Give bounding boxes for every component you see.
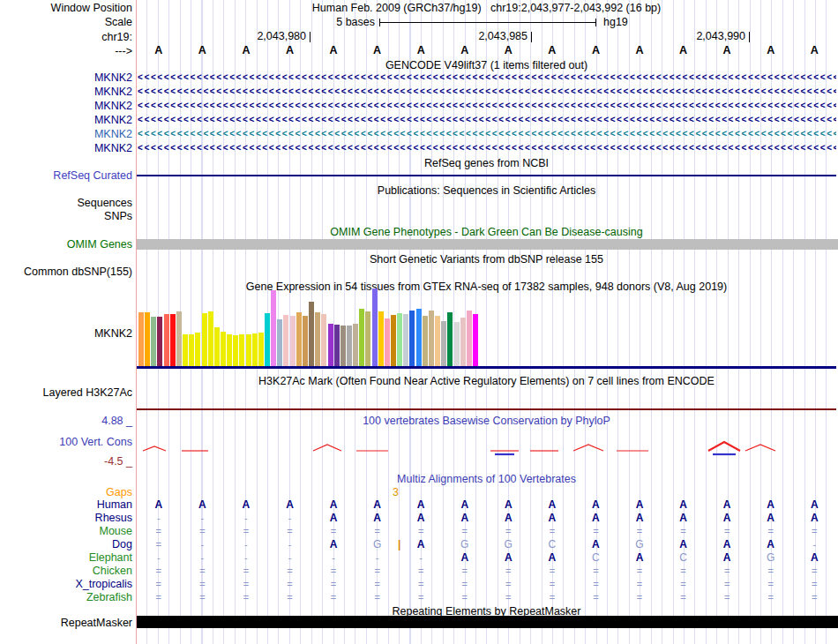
gtex-bar[interactable] xyxy=(397,313,402,366)
gtex-bar[interactable] xyxy=(429,311,434,366)
gencode-row-label[interactable]: MKNK2 xyxy=(0,71,132,84)
multiz-cell: = xyxy=(243,591,249,603)
gtex-bar[interactable] xyxy=(447,312,453,366)
multiz-species-label[interactable]: Elephant xyxy=(0,551,132,564)
gtex-bar[interactable] xyxy=(416,309,422,366)
gencode-transcript-row[interactable]: <<<<<<<<<<<<<<<<<<<<<<<<<<<<<<<<<<<<<<<<… xyxy=(138,128,836,140)
multiz-species-label[interactable]: Mouse xyxy=(0,525,132,537)
gtex-bar[interactable] xyxy=(252,333,258,366)
gtex-bar[interactable] xyxy=(309,302,314,366)
common-dbsnp-label[interactable]: Common dbSNP(155) xyxy=(0,266,132,278)
gtex-bar[interactable] xyxy=(271,290,276,366)
gtex-bar[interactable] xyxy=(372,288,378,366)
gtex-bar[interactable] xyxy=(303,316,308,366)
gtex-bar[interactable] xyxy=(246,334,251,366)
gtex-bar[interactable] xyxy=(283,315,288,366)
gtex-bar[interactable] xyxy=(145,312,150,366)
gtex-bar[interactable] xyxy=(409,311,415,366)
h3k27ac-signal-line[interactable] xyxy=(137,408,836,410)
multiz-cell: A xyxy=(154,498,162,511)
gtex-bar[interactable] xyxy=(315,312,320,366)
gtex-bar[interactable] xyxy=(334,325,340,366)
gtex-bar[interactable] xyxy=(138,312,144,366)
gtex-bar[interactable] xyxy=(258,333,264,366)
gtex-bar[interactable] xyxy=(239,334,244,366)
gtex-bar[interactable] xyxy=(214,327,220,366)
gtex-bar[interactable] xyxy=(277,319,282,366)
gencode-row-label[interactable]: MKNK2 xyxy=(0,86,132,98)
position-tick xyxy=(531,32,532,42)
gtex-bar[interactable] xyxy=(435,316,440,366)
gtex-bar[interactable] xyxy=(359,309,364,366)
gencode-transcript-row[interactable]: <<<<<<<<<<<<<<<<<<<<<<<<<<<<<<<<<<<<<<<<… xyxy=(138,100,836,112)
gtex-bar[interactable] xyxy=(328,324,333,366)
gtex-bar[interactable] xyxy=(454,322,460,366)
gtex-bar[interactable] xyxy=(164,314,169,366)
omim-gene-bar[interactable] xyxy=(137,239,838,250)
gtex-bar[interactable] xyxy=(227,334,232,366)
multiz-species-label[interactable]: Dog xyxy=(0,538,132,550)
gtex-bar[interactable] xyxy=(441,321,446,366)
gtex-bar[interactable] xyxy=(170,314,176,366)
gtex-bar[interactable] xyxy=(365,311,370,366)
gtex-bar[interactable] xyxy=(403,314,408,366)
gtex-bar[interactable] xyxy=(347,326,352,366)
gtex-bar[interactable] xyxy=(473,314,478,366)
multiz-cell: = xyxy=(767,565,773,577)
repeatmasker-bar[interactable] xyxy=(137,616,838,628)
gtex-bar[interactable] xyxy=(202,313,207,366)
gtex-bar[interactable] xyxy=(189,334,194,366)
multiz-cell: = xyxy=(767,591,773,603)
multiz-cell: A xyxy=(636,512,644,524)
gtex-bar[interactable] xyxy=(176,311,182,366)
publications-sequences-label[interactable]: Sequences xyxy=(0,197,132,209)
gencode-row-label[interactable]: MKNK2 xyxy=(0,128,132,140)
gtex-bar[interactable] xyxy=(385,318,390,366)
publications-snps-label[interactable]: SNPs xyxy=(0,210,132,222)
gtex-bar[interactable] xyxy=(157,317,162,366)
multiz-cell: - xyxy=(812,538,816,550)
gtex-gene-label[interactable]: MKNK2 xyxy=(0,327,132,340)
gencode-row-label[interactable]: MKNK2 xyxy=(0,142,132,154)
multiz-species-label[interactable]: Chicken xyxy=(0,565,132,577)
gtex-bar[interactable] xyxy=(391,315,396,366)
gtex-bar[interactable] xyxy=(183,334,188,366)
layered-h3k27ac-label[interactable]: Layered H3K27Ac xyxy=(0,386,132,399)
multiz-species-label[interactable]: Zebrafish xyxy=(0,591,132,603)
multiz-species-label[interactable]: Rhesus xyxy=(0,512,132,524)
gtex-bar[interactable] xyxy=(208,311,213,366)
gtex-bar[interactable] xyxy=(321,314,326,366)
sequence-base: A xyxy=(330,44,338,56)
gtex-bar[interactable] xyxy=(221,332,226,366)
gtex-bar[interactable] xyxy=(353,324,358,366)
omim-genes-label[interactable]: OMIM Genes xyxy=(0,238,132,251)
multiz-cell: = xyxy=(637,525,642,537)
gencode-transcript-row[interactable]: <<<<<<<<<<<<<<<<<<<<<<<<<<<<<<<<<<<<<<<<… xyxy=(138,142,836,154)
gencode-row-label[interactable]: MKNK2 xyxy=(0,100,132,112)
dbsnp-track-title: Short Genetic Variants from dbSNP releas… xyxy=(137,253,836,266)
gtex-bar[interactable] xyxy=(290,316,296,366)
multiz-species-label[interactable]: X_tropicalis xyxy=(0,578,132,590)
gtex-bar[interactable] xyxy=(296,312,302,366)
gtex-bar[interactable] xyxy=(378,311,384,366)
gtex-bar[interactable] xyxy=(265,313,270,366)
gtex-bar[interactable] xyxy=(195,333,200,366)
gencode-transcript-row[interactable]: <<<<<<<<<<<<<<<<<<<<<<<<<<<<<<<<<<<<<<<<… xyxy=(138,71,836,84)
refseq-curated-label[interactable]: RefSeq Curated xyxy=(0,169,132,182)
gtex-bar[interactable] xyxy=(467,311,472,366)
multiz-gaps-label[interactable]: Gaps xyxy=(0,486,132,498)
gtex-bar[interactable] xyxy=(423,316,428,366)
repeatmasker-label[interactable]: RepeatMasker xyxy=(0,617,132,629)
gtex-bar[interactable] xyxy=(460,318,466,366)
phylop-track[interactable] xyxy=(0,439,838,462)
multiz-species-label[interactable]: Human xyxy=(0,498,132,511)
gencode-transcript-row[interactable]: <<<<<<<<<<<<<<<<<<<<<<<<<<<<<<<<<<<<<<<<… xyxy=(138,86,836,98)
gtex-bar[interactable] xyxy=(151,317,156,366)
gtex-bar[interactable] xyxy=(340,326,346,366)
multiz-cell: - xyxy=(419,551,423,564)
refseq-gene-line[interactable] xyxy=(137,175,836,176)
gencode-transcript-row[interactable]: <<<<<<<<<<<<<<<<<<<<<<<<<<<<<<<<<<<<<<<<… xyxy=(138,114,836,126)
gencode-row-label[interactable]: MKNK2 xyxy=(0,114,132,126)
gtex-bar[interactable] xyxy=(233,335,238,366)
multiz-cell: A xyxy=(636,498,644,511)
